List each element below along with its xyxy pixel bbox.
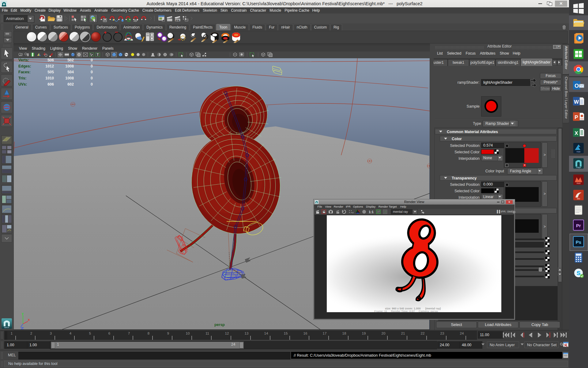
svg-text:sbo: sbo [577, 197, 580, 200]
svg-text:IPR: IPR [175, 19, 180, 22]
svg-text:persp: persp [214, 323, 225, 327]
svg-text:max: max [576, 151, 581, 153]
svg-text:1:1: 1:1 [369, 210, 374, 214]
svg-text:mental ray: mental ray [393, 210, 408, 213]
svg-text:X: X [575, 130, 578, 136]
svg-text:y: y [22, 312, 24, 315]
svg-text:MAYA: MAYA [4, 327, 9, 328]
svg-text:S: S [577, 270, 581, 276]
svg-text:Ps: Ps [576, 240, 581, 245]
svg-text:T: T [97, 53, 99, 56]
svg-text:O: O [575, 83, 579, 89]
svg-text:x: x [28, 318, 30, 321]
svg-text:mud: mud [577, 182, 581, 184]
svg-text:W: W [574, 99, 579, 105]
svg-text:P: P [575, 114, 578, 120]
svg-text:maya: maya [576, 166, 581, 169]
svg-text:Pr: Pr [576, 223, 581, 228]
